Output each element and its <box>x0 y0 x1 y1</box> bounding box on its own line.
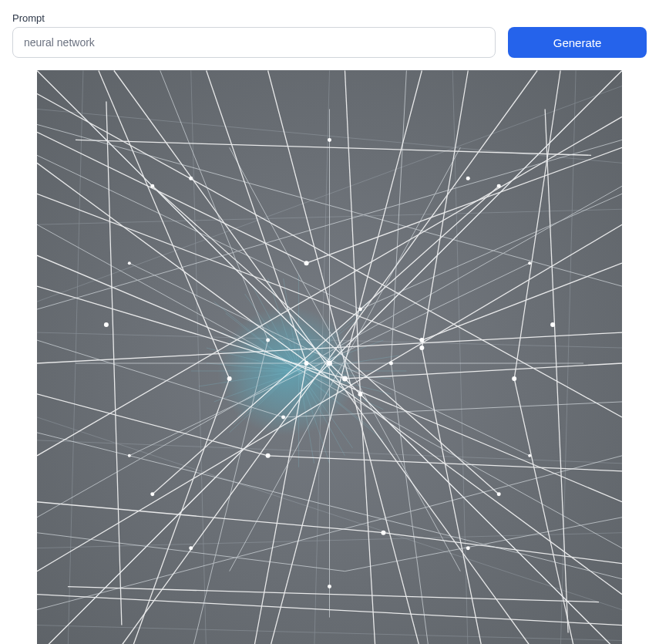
prompt-section: Prompt Generate <box>12 12 647 70</box>
svg-point-104 <box>227 376 232 381</box>
generate-button[interactable]: Generate <box>508 27 647 58</box>
svg-point-102 <box>266 453 271 458</box>
svg-point-111 <box>497 492 501 496</box>
prompt-input[interactable] <box>12 27 496 58</box>
svg-point-116 <box>358 308 362 312</box>
output-container <box>12 70 647 644</box>
svg-point-101 <box>342 376 348 381</box>
svg-point-115 <box>389 362 393 366</box>
svg-point-118 <box>128 261 131 265</box>
svg-point-125 <box>328 585 331 588</box>
svg-point-103 <box>381 531 385 535</box>
svg-point-107 <box>419 346 424 350</box>
svg-point-110 <box>150 184 154 188</box>
svg-point-117 <box>266 339 270 342</box>
svg-point-105 <box>304 361 309 366</box>
svg-point-100 <box>419 338 424 342</box>
controls-row: Generate <box>12 27 647 58</box>
svg-point-120 <box>528 261 531 265</box>
generated-image <box>37 70 622 644</box>
svg-point-129 <box>466 177 470 180</box>
svg-point-123 <box>550 322 555 327</box>
svg-point-128 <box>189 177 193 180</box>
svg-point-112 <box>497 184 501 188</box>
svg-point-99 <box>304 261 309 265</box>
svg-point-121 <box>128 454 131 457</box>
svg-point-108 <box>512 376 516 381</box>
svg-point-127 <box>466 546 470 550</box>
svg-point-126 <box>189 546 193 550</box>
svg-point-119 <box>528 454 531 457</box>
svg-point-122 <box>104 322 109 327</box>
svg-point-113 <box>150 492 154 496</box>
prompt-label: Prompt <box>12 12 647 24</box>
svg-point-106 <box>358 392 362 396</box>
svg-point-109 <box>327 361 332 366</box>
svg-point-124 <box>328 138 331 142</box>
svg-point-114 <box>281 415 285 419</box>
